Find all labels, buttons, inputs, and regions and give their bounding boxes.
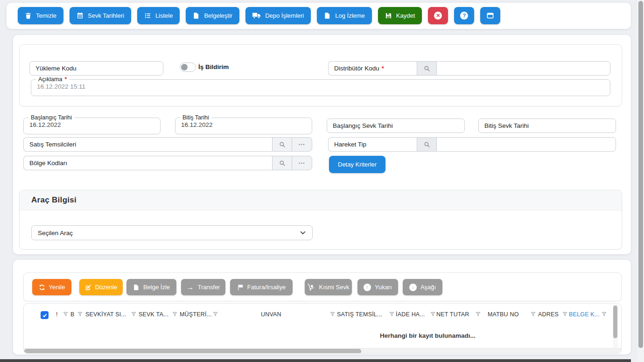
bolge-kodlari-more-button[interactable]: ••• xyxy=(292,156,312,170)
truck-icon xyxy=(252,12,261,19)
bolge-kodlari-input[interactable]: Bölge Kodları xyxy=(23,156,272,170)
window-icon xyxy=(486,12,494,20)
secilen-arac-select[interactable]: Seçilen Araç xyxy=(31,225,313,240)
field-label: Distribütör Kodu xyxy=(334,65,379,72)
distributor-kodu-search-button[interactable] xyxy=(417,61,436,76)
satis-temsilcileri-input[interactable]: Satış Temsilcileri xyxy=(23,137,272,152)
button-label: Belgeleştir xyxy=(204,12,232,19)
detay-kriterler-button[interactable]: Detay Kriterler xyxy=(329,156,385,173)
button-label: Transfer xyxy=(198,284,220,291)
filter-icon[interactable] xyxy=(172,312,177,317)
column-header-1[interactable]: B xyxy=(70,311,75,318)
belge-izle-button[interactable]: Belge İzle xyxy=(126,279,176,295)
column-header-10[interactable]: ADRES xyxy=(538,311,559,318)
is-bildirim-toggle[interactable] xyxy=(180,63,196,72)
column-header-9[interactable]: MATBU NO xyxy=(488,311,519,318)
satis-temsilcileri-search-button[interactable] xyxy=(272,137,292,152)
distributor-kodu-input[interactable]: Distribütör Kodu * xyxy=(328,61,417,76)
refresh-icon xyxy=(39,284,45,291)
filter-icon[interactable] xyxy=(63,312,68,317)
bitis-sevk-tarihi-input[interactable]: Bitiş Sevk Tarihi xyxy=(478,118,616,133)
filter-icon[interactable] xyxy=(389,312,394,317)
close-button[interactable]: ✕ xyxy=(428,7,448,24)
hareket-tip-search-button[interactable] xyxy=(417,137,436,152)
column-header-5[interactable]: UNVAN xyxy=(261,311,281,318)
button-label: Yukarı xyxy=(375,284,392,291)
column-header-8[interactable]: NET TUTAR xyxy=(436,311,469,318)
page-scrollbar-thumb[interactable] xyxy=(638,1,643,348)
filter-icon[interactable] xyxy=(562,312,567,317)
filters-card: Yükleme Kodu İş Bildirim Distribütör Kod… xyxy=(13,35,631,254)
listele-button[interactable]: Listele xyxy=(137,7,180,24)
filter-icon[interactable] xyxy=(430,312,435,317)
filter-icon[interactable] xyxy=(77,312,83,317)
aciklama-field[interactable]: Açıklama* 16.12.2022 15:11 xyxy=(31,79,610,96)
transfer-button[interactable]: → Transfer xyxy=(181,279,225,295)
table-horizontal-scrollbar[interactable] xyxy=(24,348,621,354)
search-icon xyxy=(424,65,430,72)
button-label: Detay Kriterler xyxy=(338,161,377,168)
button-label: Log İzleme xyxy=(335,12,365,19)
baslangic-tarihi-field[interactable]: Başlangıç Tarihi 16.12.2022 xyxy=(23,118,161,134)
search-icon xyxy=(279,160,286,167)
column-header-2[interactable]: SEVKİYAT SI... xyxy=(85,311,126,318)
depo-islemleri-button[interactable]: Depo İşlemleri xyxy=(245,7,311,24)
filter-icon[interactable] xyxy=(531,312,536,317)
arac-bilgisi-header: Araç Bilgisi xyxy=(20,190,622,210)
button-label: Yenile xyxy=(49,284,65,291)
filter-icon[interactable] xyxy=(330,312,335,317)
scrollbar-thumb[interactable] xyxy=(613,306,617,338)
sevk-tarihleri-button[interactable]: Sevk Tarihleri xyxy=(70,7,131,24)
section-title: Araç Bilgisi xyxy=(31,195,77,205)
required-marker: * xyxy=(64,76,67,83)
log-izleme-button[interactable]: Log İzleme xyxy=(317,7,372,24)
fatura-irsaliye-button[interactable]: Fatura/Irsaliye xyxy=(230,279,293,295)
scrollbar-thumb[interactable] xyxy=(24,349,361,354)
select-all-checkbox[interactable] xyxy=(41,311,49,319)
search-icon xyxy=(279,141,286,148)
column-header-6[interactable]: SATIŞ TEMSİL... xyxy=(337,311,382,318)
hareket-tip-input[interactable]: Hareket Tip xyxy=(328,137,417,152)
temizle-button[interactable]: Temizle xyxy=(18,7,63,24)
grid-card: Yenile Düzenle Belge İzle → Transfer Fat… xyxy=(13,260,631,355)
yukleme-kodu-input[interactable]: Yükleme Kodu xyxy=(29,61,163,76)
yukari-button[interactable]: ↑ Yukarı xyxy=(357,279,398,295)
filter-icon[interactable] xyxy=(131,312,136,317)
field-label: Açıklama xyxy=(38,76,62,83)
field-label: Bitiş Tarihi xyxy=(182,114,209,121)
column-header-4[interactable]: MÜŞTERİ... xyxy=(180,311,212,318)
filter-icon[interactable] xyxy=(602,312,607,317)
baslangic-sevk-tarihi-input[interactable]: Başlangıç Sevk Tarihi xyxy=(327,118,465,133)
grid-toolbar-box: Yenile Düzenle Belge İzle → Transfer Fat… xyxy=(23,272,622,301)
kaydet-button[interactable]: Kaydet xyxy=(378,7,422,24)
document-icon xyxy=(133,284,140,291)
asagi-button[interactable]: ↓ Aşağı xyxy=(403,279,442,295)
column-header-7[interactable]: İADE HA... xyxy=(396,311,425,318)
list-icon xyxy=(144,12,151,19)
empty-message: Herhangi bir kayıt bulunamadı... xyxy=(380,332,476,339)
bolge-kodlari-search-button[interactable] xyxy=(272,156,292,170)
duzenle-button[interactable]: Düzenle xyxy=(79,279,123,295)
arrow-down-circle-icon: ↓ xyxy=(409,284,417,291)
bolge-kodlari-group: Bölge Kodları ••• xyxy=(23,156,312,170)
satis-temsilcileri-more-button[interactable]: ••• xyxy=(292,137,312,152)
is-bildirim-label: İş Bildirim xyxy=(198,63,229,70)
document-icon xyxy=(324,12,331,19)
belgelestir-button[interactable]: Belgeleştir xyxy=(186,7,239,24)
yenile-button[interactable]: Yenile xyxy=(32,279,71,295)
filter-icon[interactable] xyxy=(213,312,218,317)
table-vertical-scrollbar[interactable] xyxy=(613,305,618,348)
satis-temsilcileri-group: Satış Temsilcileri ••• xyxy=(23,137,312,152)
button-label: Aşağı xyxy=(420,284,436,291)
arrow-right-icon: → xyxy=(187,284,194,291)
button-label: Kaydet xyxy=(396,12,415,19)
column-header-3[interactable]: SEVK TA... xyxy=(139,311,168,318)
kismi-sevk-button[interactable]: Kısmi Sevk xyxy=(305,279,352,295)
column-header-11[interactable]: BELGE K... xyxy=(569,311,600,318)
window-button[interactable] xyxy=(480,7,500,24)
filter-icon[interactable] xyxy=(476,312,481,317)
bitis-tarihi-field[interactable]: Bitiş Tarihi 16.12.2022 xyxy=(175,118,312,134)
help-button[interactable]: ? xyxy=(454,7,474,24)
top-toolbar: Temizle Sevk Tarihleri Listele Belgeleşt… xyxy=(18,7,500,24)
column-header-0[interactable]: ! xyxy=(56,311,58,318)
